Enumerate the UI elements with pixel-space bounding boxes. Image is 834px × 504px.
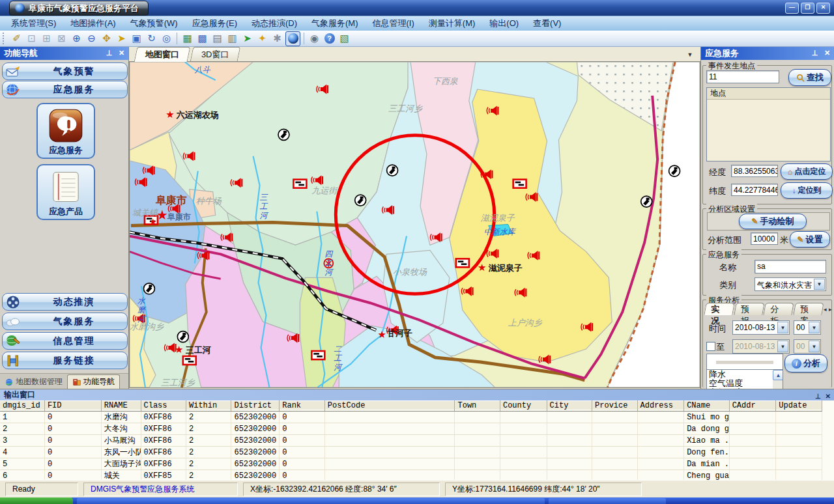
menu-item-6[interactable]: 信息管理(I) (366, 16, 422, 31)
pan-hand-icon[interactable]: ✥ (100, 32, 113, 46)
column-header[interactable]: City (547, 400, 592, 412)
pin-icon[interactable]: ⊥ (105, 49, 113, 57)
column-header[interactable]: Town (455, 400, 500, 412)
scroll-up-icon[interactable]: ▲ (773, 370, 783, 380)
print-preview-icon[interactable]: ▥ (225, 32, 239, 46)
manual-draw-button[interactable]: ✎ 手动绘制 (739, 214, 807, 229)
menu-item-2[interactable]: 气象预警(W) (123, 16, 185, 31)
nav-group-应急服务[interactable]: 应急服务 (2, 81, 128, 98)
analysis-tab-分析[interactable]: 分析 (763, 303, 794, 315)
eye-view-icon[interactable]: ◉ (308, 32, 321, 46)
chevron-down-icon[interactable]: ▼ (814, 279, 825, 290)
service-type-select[interactable]: 气象和洪水灾害 ▼ (755, 277, 826, 291)
select-feature-icon[interactable]: ➤ (240, 32, 254, 46)
big-button-应急产品[interactable]: 应急产品 (36, 164, 95, 220)
analysis-tab-实况[interactable]: 实况 (704, 303, 734, 315)
column-header[interactable]: Update (776, 400, 822, 412)
layers-map-icon[interactable]: ▦ (180, 32, 194, 46)
column-header[interactable]: Within (186, 400, 231, 412)
column-header[interactable]: County (500, 400, 547, 412)
longitude-input[interactable]: 88.36255063 (731, 165, 778, 177)
menu-item-4[interactable]: 动态推演(D) (244, 16, 304, 31)
menu-item-5[interactable]: 气象服务(M) (304, 16, 366, 31)
table-row[interactable]: 20大冬沟0XFF8626523020000Da dong gou (0, 423, 822, 435)
locate-click-button[interactable]: ⌂ 点击定位 (781, 163, 833, 180)
pointer-icon[interactable]: ➤ (115, 32, 128, 46)
column-header[interactable]: Address (637, 400, 684, 412)
zoom-out-icon[interactable]: ⊖ (85, 32, 98, 46)
element-list-item[interactable]: 降水 (709, 370, 783, 379)
map-tab-dropdown-icon[interactable]: ▼ (685, 50, 695, 59)
minimize-button[interactable]: — (785, 3, 799, 14)
zoom-in-icon[interactable]: ⊕ (70, 32, 83, 46)
measure-ruler-icon[interactable]: ✐ (10, 32, 23, 46)
settings-gear-icon[interactable]: ✱ (270, 32, 284, 46)
location-list[interactable]: 地点 (706, 87, 831, 161)
column-header[interactable]: PostCode (324, 400, 455, 412)
print-icon[interactable]: ▤ (210, 32, 224, 46)
map-tab-地图窗口[interactable]: 地图窗口 (134, 47, 191, 62)
analysis-tab-预案[interactable]: 预案 (793, 303, 824, 315)
map-snapshot-icon[interactable]: ▩ (195, 32, 209, 46)
close-button[interactable]: ✕ (816, 3, 830, 14)
latitude-input[interactable]: 44.22778446 (731, 184, 778, 196)
element-listbox[interactable]: 降水空气温度空气湿度 ▲ (706, 369, 783, 389)
map-tab-3D窗口[interactable]: 3D窗口 (190, 47, 240, 61)
zoom-scale-icon[interactable]: ◎ (160, 32, 173, 46)
event-search-input[interactable]: 11 (706, 70, 779, 83)
map-canvas[interactable]: ★★★★★★八斗六运湖农场三工河乡下西泉九运街阜康市种牛场城关镇阜康市滋泥泉子中… (129, 62, 700, 388)
to-checkbox[interactable] (706, 342, 715, 351)
globe-tool-icon[interactable] (285, 31, 300, 46)
menu-item-0[interactable]: 系统管理(S) (4, 16, 63, 31)
panel-tab-功能导航[interactable]: 功能导航 (67, 374, 120, 389)
menu-item-1[interactable]: 地图操作(A) (63, 16, 122, 31)
hour-select[interactable]: 00 ▼ (794, 320, 821, 335)
menu-item-8[interactable]: 输出(O) (482, 16, 526, 31)
export-image-icon[interactable]: ▧ (338, 32, 351, 46)
hour-to-select[interactable]: 00 ▼ (794, 339, 821, 354)
big-button-应急服务[interactable]: 应急服务 (36, 103, 95, 159)
refresh-view-icon[interactable]: ↻ (145, 32, 158, 46)
service-name-input[interactable]: sa (755, 260, 826, 273)
close-icon[interactable]: ✕ (117, 49, 126, 57)
column-header[interactable]: dmgis_id (0, 400, 44, 412)
start-button-edge[interactable] (0, 497, 73, 504)
date-to-select[interactable]: 2010-08-13 ▼ (732, 339, 790, 354)
table-row[interactable]: 40东风一小队0XFF8626523020000Dong fen... (0, 447, 822, 458)
nav-group-气象预警[interactable]: 气象预警 (2, 63, 128, 80)
close-icon[interactable]: ✕ (826, 391, 831, 402)
clear-selection-icon[interactable]: ⊠ (55, 32, 68, 46)
nav-group-动态推演[interactable]: 动态推演 (2, 293, 128, 311)
column-header[interactable]: CName (684, 400, 729, 412)
table-row[interactable]: 30小马厩沟0XFF8626523020000Xiao ma ... (0, 435, 822, 447)
menu-item-9[interactable]: 查看(V) (526, 16, 568, 31)
analyze-button[interactable]: i 分析 (784, 354, 827, 372)
column-header[interactable]: CAddr (729, 400, 776, 412)
select-region-icon[interactable]: ⊞ (40, 32, 53, 46)
column-header[interactable]: RNAME (101, 400, 141, 412)
close-icon[interactable]: ✕ (823, 49, 831, 57)
menu-item-3[interactable]: 应急服务(E) (185, 16, 244, 31)
column-header[interactable]: Rank (280, 400, 324, 412)
panel-tab-地图数据管理[interactable]: 地图数据管理 (0, 375, 67, 389)
column-header[interactable]: Provice (592, 400, 637, 412)
help-icon[interactable]: ? (323, 32, 336, 46)
tab-scroll-left-icon[interactable]: ◂ (824, 306, 827, 313)
place-marker-icon[interactable]: ✦ (255, 32, 269, 46)
nav-group-气象服务[interactable]: 气象服务 (2, 313, 128, 330)
column-header[interactable]: FID (44, 400, 101, 412)
restore-button[interactable]: ❐ (801, 3, 814, 14)
table-row[interactable]: 10水磨沟0XFF8626523020000Shui mo gou (0, 412, 822, 423)
select-rect-icon[interactable]: ⊡ (25, 32, 38, 46)
element-list-item[interactable]: 空气温度 (709, 379, 783, 388)
menu-item-7[interactable]: 测量计算(M) (422, 16, 483, 31)
taskbar-button[interactable] (77, 498, 545, 504)
date-select[interactable]: 2010-08-13 ▼ (732, 320, 790, 335)
nav-group-服务链接[interactable]: 服务链接 (2, 352, 128, 369)
locate-to-button[interactable]: ↓ 定位到 (781, 182, 833, 199)
tab-scroll-right-icon[interactable]: ▸ (829, 306, 832, 313)
set-range-button[interactable]: ✎ 设置 (790, 231, 830, 247)
find-button[interactable]: 查找 (788, 69, 831, 86)
column-header[interactable]: District (231, 400, 280, 412)
taskbar-button[interactable] (549, 498, 666, 504)
